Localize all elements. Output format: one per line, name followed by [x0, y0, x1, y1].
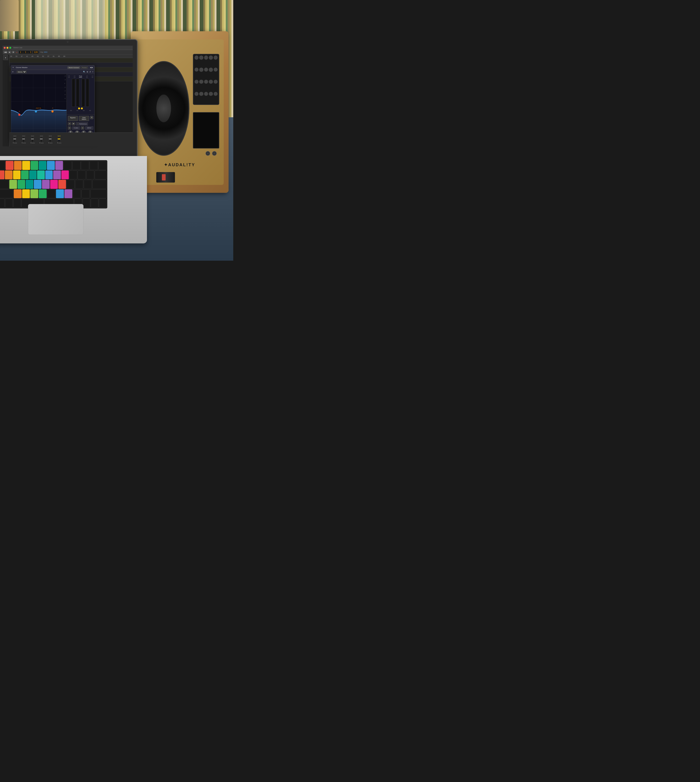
speaker-knob-1[interactable]	[205, 151, 210, 156]
key-f1[interactable]	[6, 161, 13, 170]
fader-thumb-1[interactable]	[13, 138, 16, 140]
key-semicolon[interactable]	[84, 180, 92, 189]
key-i[interactable]	[53, 170, 61, 180]
eq-node-1[interactable]: ③	[18, 113, 20, 116]
fader-thumb-5[interactable]	[49, 138, 52, 140]
key-k[interactable]	[67, 180, 75, 189]
key-fn[interactable]	[0, 199, 5, 208]
key-return[interactable]	[92, 180, 107, 189]
gain-match-button[interactable]: Gain Match	[79, 116, 89, 121]
codec-icon[interactable]: ⊙	[68, 126, 71, 130]
play-btn[interactable]: ▶	[8, 51, 11, 53]
key-m[interactable]	[64, 189, 72, 198]
eq-display-area[interactable]: ③ ⑤ ⑦	[11, 74, 67, 142]
window-close-btn[interactable]	[4, 47, 6, 49]
key-o[interactable]	[62, 170, 69, 180]
history-icon[interactable]: ↺	[89, 71, 91, 73]
key-h[interactable]	[50, 180, 58, 189]
settings-btn-small[interactable]: ⚙	[90, 116, 93, 119]
stop-btn[interactable]: ■	[12, 51, 15, 53]
presets-tab[interactable]: Presets	[81, 67, 88, 69]
key-period[interactable]	[82, 189, 90, 198]
record-btn[interactable]: ●	[15, 51, 18, 53]
key-esc[interactable]	[0, 161, 5, 170]
key-f2[interactable]	[14, 161, 22, 170]
key-bracket-r[interactable]	[86, 170, 94, 180]
channel-fader-6[interactable]	[58, 137, 60, 142]
key-a[interactable]	[9, 180, 17, 189]
key-e[interactable]	[13, 170, 20, 180]
channel-fader-1[interactable]	[14, 137, 15, 142]
plugin-title-close[interactable]: ✕	[12, 67, 14, 68]
help-icon[interactable]: ?	[92, 71, 93, 73]
key-v[interactable]	[39, 189, 47, 198]
zoom-icon[interactable]: 🔍	[83, 71, 85, 73]
master-assistant-tab[interactable]: Master Assistant	[67, 67, 80, 69]
trackpad[interactable]	[28, 204, 83, 235]
fader-thumb-3[interactable]	[31, 138, 34, 140]
key-u[interactable]	[45, 170, 53, 180]
key-comma[interactable]	[73, 189, 81, 198]
channel-fader-5[interactable]	[50, 137, 51, 142]
key-x[interactable]	[22, 189, 30, 198]
fader-thumb-2[interactable]	[22, 138, 25, 140]
window-maximize-btn[interactable]	[9, 47, 11, 49]
key-d[interactable]	[26, 180, 33, 189]
key-f5[interactable]	[39, 161, 47, 170]
key-f6[interactable]	[47, 161, 55, 170]
key-left[interactable]	[83, 199, 90, 208]
key-c[interactable]	[30, 189, 38, 198]
channel-fader-4[interactable]	[41, 137, 42, 142]
bypass-button[interactable]: Bypass	[68, 116, 78, 121]
back-to-start-btn[interactable]: ◀◀	[3, 51, 7, 53]
bpm-display[interactable]: 120	[33, 51, 38, 53]
key-f9[interactable]	[72, 161, 80, 170]
key-f11[interactable]	[90, 161, 98, 170]
swap-icon[interactable]: ⇄	[72, 122, 75, 125]
key-f8[interactable]	[63, 161, 72, 170]
settings-icon[interactable]: ⚙	[87, 71, 88, 73]
key-shift-r[interactable]	[90, 189, 107, 198]
codec-button[interactable]: Codec	[72, 126, 80, 130]
key-f[interactable]	[34, 180, 42, 189]
dither-button[interactable]: Dither	[85, 126, 93, 130]
nav-prev-icon[interactable]: ◀	[90, 67, 91, 68]
key-f7[interactable]	[55, 161, 63, 170]
nav-next-icon[interactable]: ▶	[92, 67, 93, 68]
key-shift-l[interactable]	[0, 189, 13, 198]
key-r[interactable]	[21, 170, 28, 180]
key-right[interactable]	[99, 199, 107, 208]
key-f3[interactable]	[22, 161, 30, 170]
key-up-down[interactable]	[91, 199, 98, 208]
key-f12[interactable]	[98, 161, 107, 170]
channel-fader-3[interactable]	[32, 137, 33, 142]
dither-icon[interactable]: ⊙	[81, 126, 84, 130]
key-l[interactable]	[75, 180, 83, 189]
channel-fader-2[interactable]	[23, 137, 24, 142]
loop-icon[interactable]: ↺	[68, 122, 71, 125]
key-n[interactable]	[56, 189, 64, 198]
window-minimize-btn[interactable]	[7, 47, 8, 49]
key-y[interactable]	[37, 170, 45, 180]
key-tab[interactable]	[0, 180, 9, 189]
key-t[interactable]	[29, 170, 37, 180]
key-g[interactable]	[42, 180, 50, 189]
key-b[interactable]	[47, 189, 55, 198]
eq-node-2[interactable]: ⑤	[35, 110, 37, 113]
reference-button[interactable]: Reference	[76, 122, 88, 125]
key-w[interactable]	[5, 170, 12, 180]
key-delete[interactable]	[95, 170, 107, 180]
eq-node-3[interactable]: ⑦	[51, 110, 53, 113]
key-p[interactable]	[69, 170, 77, 180]
stereo-mode-select[interactable]: Stereo	[17, 71, 27, 73]
key-q[interactable]	[0, 170, 5, 180]
key-ctrl[interactable]	[5, 199, 13, 208]
fader-thumb-6[interactable]	[58, 138, 60, 140]
key-f4[interactable]	[30, 161, 38, 170]
key-s[interactable]	[17, 180, 25, 189]
key-z[interactable]	[14, 189, 22, 198]
key-bracket-l[interactable]	[78, 170, 86, 180]
speaker-knob-2[interactable]	[212, 151, 217, 156]
key-option[interactable]	[13, 199, 21, 208]
key-f10[interactable]	[81, 161, 89, 170]
